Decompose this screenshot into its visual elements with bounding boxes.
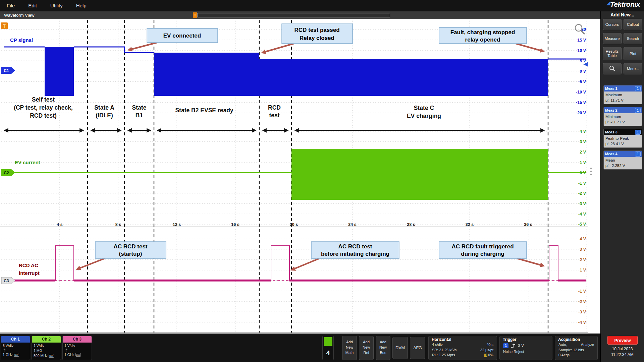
measure-button[interactable]: Measure: [603, 33, 622, 44]
search-button[interactable]: Search: [624, 33, 642, 44]
c1-cp-signal-trace: [4, 47, 586, 96]
meas-3-source-badge: 1: [635, 130, 641, 135]
c2-tick: -3 V: [578, 201, 586, 206]
system-time: 11:22:34 AM: [601, 352, 644, 357]
channel-2-badge[interactable]: Ch 2 1 V/div 1 MΩ 500 MHzBW: [32, 336, 61, 360]
time-tick: 8 s: [115, 222, 121, 227]
c3-tick: -3 V: [578, 310, 586, 314]
c2-channel-label: EV current: [15, 160, 40, 165]
meas-3-type: Peak-to-Peak: [605, 136, 640, 141]
ch3-name: Ch 3: [63, 336, 92, 343]
callout-ac-rcd-fault[interactable]: AC RCD fault triggered during charging: [439, 242, 527, 258]
callout-ev-connected[interactable]: EV connected: [147, 28, 218, 43]
c2-tick: -4 V: [578, 212, 586, 217]
c1-tick: -10 V: [576, 90, 586, 95]
meas-1-type: Maximum: [605, 92, 640, 98]
meas-4-source-badge: 1: [635, 152, 641, 157]
meas-3-name: Meas 3: [605, 130, 618, 134]
svg-text:AC RCD test: AC RCD test: [338, 243, 372, 250]
meas-4-badge[interactable]: Meas 41 Meanμ': -2.252 V: [603, 150, 642, 170]
more-button[interactable]: More...: [624, 63, 642, 74]
time-tick: 12 s: [173, 222, 181, 227]
time-tick: 16 s: [231, 222, 239, 227]
ch3-scale: 1 V/div: [64, 343, 92, 348]
callout-ac-rcd-startup[interactable]: AC RCD test (startup): [95, 242, 166, 258]
c3-tick: 2 V: [580, 257, 586, 262]
acquisition-sample: Sample: 12 bits: [558, 348, 584, 353]
add-new-ref-button[interactable]: AddNewRef: [359, 336, 374, 360]
svg-text:State B2 EVSE ready: State B2 EVSE ready: [175, 107, 233, 114]
meas-2-source-badge: 1: [635, 108, 641, 113]
c1-tick: 10 V: [577, 48, 586, 53]
dvm-button[interactable]: DVM: [392, 337, 408, 359]
horizontal-title: Horizontal: [429, 336, 497, 342]
c1-scale-labels: 2015 V10 V5 V0 V-5 V-10 V-15 V-20 V: [576, 27, 586, 115]
ch2-name: Ch 2: [32, 336, 61, 343]
waveform-count-indicator[interactable]: 4: [322, 336, 334, 360]
results-table-button[interactable]: Results Table: [603, 47, 622, 60]
preview-button[interactable]: Preview: [607, 336, 638, 345]
afg-button[interactable]: AFG: [410, 337, 425, 359]
logo-accent-icon: ◢: [606, 0, 610, 6]
record-view-bar[interactable]: [197, 13, 390, 17]
cursors-button[interactable]: Cursors: [603, 19, 622, 30]
time-tick: 36 s: [524, 222, 532, 227]
ch2-scale: 1 V/div: [34, 343, 61, 348]
c1-tick: 0 V: [580, 69, 586, 74]
waveform-count: 4: [323, 347, 333, 359]
c1-position-badge[interactable]: C1: [1, 67, 15, 74]
time-tick: 32 s: [466, 222, 474, 227]
system-date: 10 Jul 2023: [601, 347, 644, 351]
svg-text:RCD: RCD: [268, 104, 281, 111]
callout-ac-rcd-before-charging[interactable]: AC RCD test before initiating charging: [311, 242, 399, 258]
trigger-panel[interactable]: Trigger 1 3 V Noise Reject: [499, 336, 552, 360]
channel-3-badge[interactable]: Ch 3 1 V/div 1 GHzBW: [62, 336, 92, 360]
zoom-tool-button[interactable]: [603, 63, 622, 74]
horizontal-panel[interactable]: Horizontal 4 s/div40 s SR: 31.25 kS/s32 …: [428, 336, 497, 360]
callout-button[interactable]: Callout: [624, 19, 642, 30]
ground-coupling-icon: [64, 348, 68, 352]
trigger-position-icon[interactable]: T: [193, 12, 197, 18]
add-new-math-button[interactable]: AddNewMath: [342, 336, 357, 360]
trigger-source-icon: T: [1, 22, 8, 29]
menu-edit[interactable]: Edit: [21, 0, 44, 11]
svg-text:(CP test, relay check,: (CP test, relay check,: [14, 104, 73, 111]
add-new-bus-button[interactable]: AddNewBus: [376, 336, 390, 360]
meas-3-value: μ': 23.41 V: [605, 141, 640, 146]
svg-text:EV connected: EV connected: [163, 33, 201, 39]
c3-tick: 1 V: [580, 268, 586, 273]
callout-fault-charging-stopped[interactable]: Fault, charging stopped relay opened: [439, 27, 527, 44]
panel-splitter-grip[interactable]: [590, 168, 592, 169]
menu-file[interactable]: File: [0, 0, 21, 11]
ground-coupling-icon: [3, 348, 7, 352]
c1-tick: 5 V: [580, 59, 586, 63]
c3-tick: 3 V: [580, 247, 586, 252]
meas-1-badge[interactable]: Meas 11 Maximumμ': 11.71 V: [603, 85, 642, 104]
ch1-scale: 5 V/div: [3, 343, 30, 348]
waveform-view-bar: Waveform View T: [0, 11, 600, 19]
ch2-bandwidth: 500 MHz: [34, 353, 48, 358]
c1-tick: -5 V: [578, 79, 586, 84]
c2-tick: 4 V: [580, 129, 586, 134]
c3-position-badge[interactable]: C3: [1, 277, 15, 284]
channel-1-badge[interactable]: Ch 1 5 V/div 1 GHzBW: [1, 336, 30, 360]
meas-2-badge[interactable]: Meas 21 Minimumμ': -11.71 V: [603, 107, 642, 126]
menu-help[interactable]: Help: [69, 0, 93, 11]
c3-tick: -2 V: [578, 299, 586, 304]
svg-text:C1: C1: [4, 68, 9, 73]
menu-utility[interactable]: Utility: [44, 0, 69, 11]
state-labels: Self test (CP test, relay check, RCD tes…: [14, 96, 441, 119]
add-new-title: Add New...: [601, 11, 644, 17]
meas-4-value: μ': -2.252 V: [605, 163, 640, 168]
callout-rcd-test-passed[interactable]: RCD test passed Relay closed: [282, 24, 353, 44]
sample-rate: SR: 31.25 kS/s: [432, 348, 457, 353]
menu-bar: File Edit Utility Help ◢Tektronix: [0, 0, 644, 11]
magnifier-icon: [609, 65, 615, 72]
ch1-name: Ch 1: [1, 336, 30, 343]
svg-text:State A: State A: [94, 104, 114, 111]
c2-position-badge[interactable]: C2: [1, 169, 15, 176]
acquisition-panel[interactable]: Acquisition Auto,Analyze Sample: 12 bits…: [555, 336, 598, 360]
meas-3-badge[interactable]: Meas 31 Peak-to-Peakμ': 23.41 V: [603, 129, 642, 148]
plot-button[interactable]: Plot: [624, 47, 642, 60]
rising-edge-icon: [511, 343, 516, 348]
